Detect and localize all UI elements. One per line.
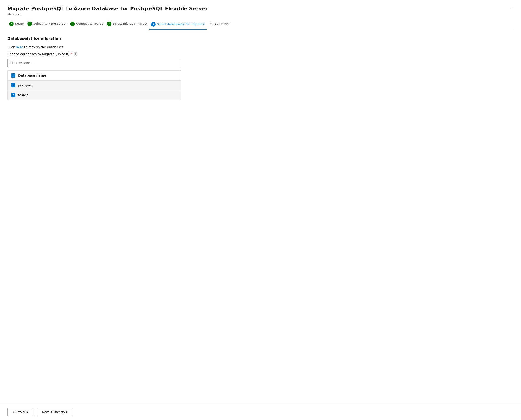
step-connect-source-label: Connect to source	[76, 22, 103, 25]
step-summary[interactable]: 6 Summary	[207, 21, 231, 27]
step-runtime-label: Select Runtime Server	[33, 22, 67, 25]
more-options-icon[interactable]: ···	[510, 6, 514, 11]
step-summary-label: Summary	[215, 22, 229, 25]
required-star: *	[71, 52, 72, 56]
step-runtime[interactable]: ✓ Select Runtime Server	[26, 21, 68, 27]
step-setup-label: Setup	[15, 22, 24, 25]
db-table-header: Database name	[8, 71, 181, 81]
step-select-db-label: Select database(s) for migration	[157, 22, 205, 26]
refresh-text: Click here to refresh the databases	[7, 45, 514, 49]
step-setup[interactable]: ✓ Setup	[7, 21, 26, 27]
postgres-db-name: postgres	[18, 83, 32, 87]
filter-input[interactable]	[7, 59, 181, 67]
refresh-post-text: to refresh the databases	[23, 45, 63, 49]
table-row[interactable]: postgres	[8, 81, 181, 90]
header-checkbox[interactable]	[11, 74, 15, 78]
testdb-checkbox[interactable]	[11, 93, 15, 97]
testdb-db-name: testdb	[18, 93, 28, 97]
step-summary-icon: 6	[209, 22, 213, 26]
step-connect-source-icon: ✓	[70, 22, 75, 26]
footer-bar: < Previous Next : Summary >	[0, 404, 521, 420]
choose-label-text: Choose databases to migrate (up to 8)	[7, 52, 69, 56]
step-migration-target-icon: ✓	[107, 22, 111, 26]
section-title: Database(s) for migration	[7, 36, 514, 41]
step-connect-source[interactable]: ✓ Connect to source	[68, 21, 105, 27]
refresh-link[interactable]: here	[16, 45, 23, 49]
steps-bar: ✓ Setup ✓ Select Runtime Server ✓ Connec…	[7, 21, 514, 30]
page-subtitle: Microsoft	[7, 13, 208, 16]
step-select-db[interactable]: 5 Select database(s) for migration	[149, 21, 207, 30]
step-migration-target-label: Select migration target	[113, 22, 147, 25]
step-migration-target[interactable]: ✓ Select migration target	[105, 21, 149, 27]
info-icon[interactable]: i	[74, 52, 77, 56]
refresh-pre-text: Click	[7, 45, 16, 49]
previous-button[interactable]: < Previous	[7, 408, 33, 416]
db-table: Database name postgres testdb	[7, 70, 181, 100]
page-title: Migrate PostgreSQL to Azure Database for…	[7, 6, 208, 12]
table-row[interactable]: testdb	[8, 90, 181, 100]
choose-label: Choose databases to migrate (up to 8) * …	[7, 52, 514, 56]
step-setup-icon: ✓	[9, 22, 14, 26]
next-button[interactable]: Next : Summary >	[37, 408, 73, 416]
postgres-checkbox[interactable]	[11, 83, 15, 87]
db-name-column-header: Database name	[18, 74, 46, 77]
step-runtime-icon: ✓	[27, 22, 32, 26]
step-select-db-icon: 5	[151, 22, 156, 27]
